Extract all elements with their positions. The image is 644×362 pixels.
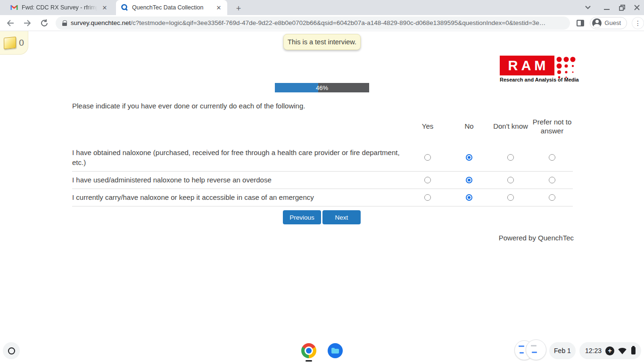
column-header: Prefer not to answer (531, 118, 573, 136)
chrome-active-indicator (305, 360, 312, 362)
side-panel-icon[interactable] (577, 20, 584, 26)
radio-no[interactable] (466, 194, 472, 201)
forward-button[interactable] (21, 16, 34, 30)
battery-icon (631, 347, 636, 354)
tab-search-chevron-icon[interactable] (581, 0, 595, 15)
url-text: survey.quenchtec.net/c?testmode=logic&qi… (71, 19, 545, 26)
shelf-files-app[interactable] (328, 343, 343, 358)
close-window-button[interactable] (630, 0, 644, 15)
secure-lock-icon[interactable] (62, 20, 67, 26)
matrix-header: YesNoDon't knowPrefer not to answer (72, 111, 573, 144)
notes-count: 0 (19, 38, 24, 48)
previous-button[interactable]: Previous (283, 210, 321, 224)
column-header: No (448, 122, 490, 131)
ram-logo: RAM Research and Analysis of Media (500, 56, 574, 82)
tab-close-icon[interactable]: ✕ (215, 4, 223, 11)
profile-label: Guest (604, 19, 621, 26)
survey-page: 0 This is a test interview. RAM Research… (0, 31, 644, 339)
back-button[interactable] (4, 16, 17, 30)
radio-don-t-know[interactable] (507, 194, 514, 201)
notification-counter-icon: + (605, 346, 614, 355)
radio-no[interactable] (466, 177, 472, 183)
tab-quenchtec[interactable]: QuenchTec Data Collection ✕ (116, 0, 227, 15)
row-statement: I have obtained naloxone (purchased, rec… (72, 148, 407, 168)
date-pill[interactable]: Feb 1 (549, 342, 576, 359)
radio-prefer-not-to-answer[interactable] (549, 177, 555, 183)
chromeos-shelf: Feb 1 12:23 + (0, 339, 644, 362)
radio-yes[interactable] (424, 177, 431, 183)
clock-label: 12:23 (585, 347, 602, 354)
wifi-icon (618, 347, 627, 354)
url-host: survey.quenchtec.net (71, 19, 131, 26)
restore-button[interactable] (615, 0, 629, 15)
matrix-row: I have obtained naloxone (purchased, rec… (72, 144, 573, 172)
radio-yes[interactable] (424, 194, 431, 201)
files-icon (328, 343, 343, 358)
powered-by-footer: Powered by QuenchTec (449, 234, 574, 242)
quenchtec-icon (121, 4, 128, 11)
next-button[interactable]: Next (322, 210, 361, 224)
row-statement: I have used/administered naloxone to hel… (72, 175, 407, 185)
tab-title: QuenchTec Data Collection (132, 4, 211, 11)
profile-chip[interactable]: Guest (590, 17, 627, 29)
column-header: Don't know (490, 122, 531, 131)
browser-menu-icon[interactable]: ⋮ (632, 17, 644, 29)
desks-preview[interactable] (514, 339, 545, 360)
address-bar[interactable]: survey.quenchtec.net/c?testmode=logic&qi… (56, 16, 570, 30)
minimize-button[interactable] (600, 0, 614, 15)
gmail-icon (10, 4, 18, 11)
radio-don-t-know[interactable] (507, 154, 514, 161)
reload-button[interactable] (38, 16, 51, 30)
radio-prefer-not-to-answer[interactable] (549, 194, 555, 201)
matrix-row: I have used/administered naloxone to hel… (72, 172, 573, 189)
notes-widget[interactable]: 0 (0, 31, 28, 55)
status-tray[interactable]: 12:23 + (579, 342, 641, 359)
survey-nav: Previous Next (283, 210, 361, 224)
row-statement: I currently carry/have naloxone or keep … (72, 192, 407, 203)
sticky-note-icon (4, 36, 16, 49)
date-label: Feb 1 (554, 347, 571, 354)
matrix-row: I currently carry/have naloxone or keep … (72, 189, 573, 206)
progress-label: 46% (275, 83, 369, 92)
radio-no[interactable] (466, 154, 472, 161)
question-text: Please indicate if you have ever done or… (72, 102, 305, 110)
tab-strip: Fwd: CDC RX Survey - rfrimpong ✕ QuenchT… (0, 0, 644, 15)
ram-logo-text: RAM (500, 56, 554, 75)
tab-gmail[interactable]: Fwd: CDC RX Survey - rfrimpong ✕ (6, 0, 113, 15)
shelf-chrome-app[interactable] (301, 343, 316, 358)
browser-toolbar: survey.quenchtec.net/c?testmode=logic&qi… (0, 15, 644, 31)
test-interview-banner: This is a test interview. (283, 34, 361, 50)
tab-close-icon[interactable]: ✕ (101, 4, 108, 11)
avatar (592, 18, 602, 28)
chrome-icon (301, 343, 316, 358)
tab-title: Fwd: CDC RX Survey - rfrimpong (22, 4, 97, 11)
answer-matrix: YesNoDon't knowPrefer not to answer I ha… (72, 111, 573, 206)
radio-prefer-not-to-answer[interactable] (549, 154, 555, 161)
column-header: Yes (407, 122, 448, 131)
progress-bar: 46% (275, 83, 369, 92)
new-tab-button[interactable]: + (233, 3, 244, 14)
radio-don-t-know[interactable] (507, 177, 514, 183)
radio-yes[interactable] (424, 154, 431, 161)
url-path: /c?testmode=logic&qif=3ee3356f-769d-47de… (131, 19, 545, 26)
ram-logo-dots (555, 56, 576, 82)
